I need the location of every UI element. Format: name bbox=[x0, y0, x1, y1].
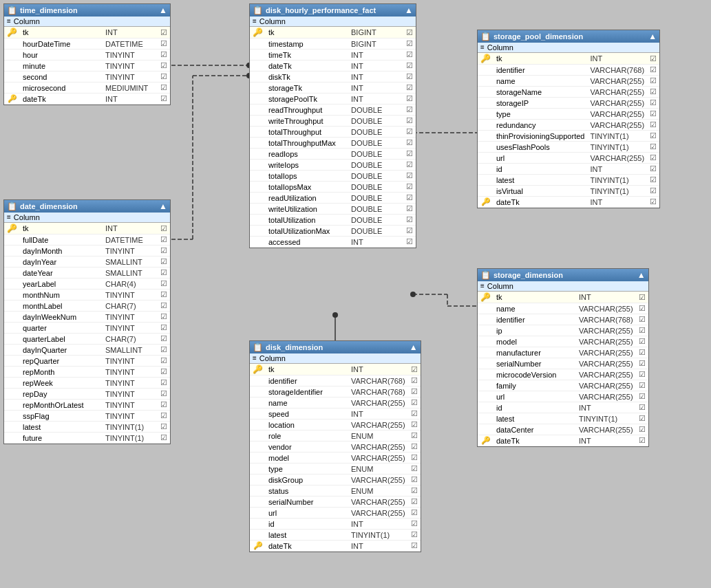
field-check-cell[interactable]: ☑ bbox=[158, 72, 170, 83]
table-row[interactable]: 🔑dateTkINT☑ bbox=[4, 94, 170, 105]
table-row[interactable]: quarterTINYINT☑ bbox=[4, 323, 170, 334]
field-check-cell[interactable]: ☑ bbox=[403, 105, 416, 116]
field-check-cell[interactable]: ☑ bbox=[408, 398, 421, 409]
field-check-cell[interactable]: ☑ bbox=[158, 422, 170, 433]
field-check-cell[interactable]: ☑ bbox=[403, 237, 416, 248]
table-header-time_dimension[interactable]: 📋time_dimension▲ bbox=[4, 4, 170, 17]
field-check-cell[interactable]: ☑ bbox=[158, 312, 170, 323]
field-check-cell[interactable]: ☑ bbox=[647, 76, 659, 87]
table-row[interactable]: 🔑tkINT☑ bbox=[478, 53, 659, 65]
table-row[interactable]: 🔑dateTkINT☑ bbox=[250, 541, 421, 552]
field-check-cell[interactable]: ☑ bbox=[158, 345, 170, 356]
field-check-cell[interactable]: ☑ bbox=[636, 303, 648, 314]
field-check-cell[interactable]: ☑ bbox=[647, 87, 659, 98]
table-row[interactable]: isVirtualTINYINT(1)☑ bbox=[478, 186, 659, 197]
table-row[interactable]: repMonthOrLatestTINYINT☑ bbox=[4, 400, 170, 411]
table-row[interactable]: serialNumberVARCHAR(255)☑ bbox=[478, 358, 648, 369]
field-check-cell[interactable]: ☑ bbox=[636, 369, 648, 380]
field-check-cell[interactable]: ☑ bbox=[408, 486, 421, 497]
table-row[interactable]: latestTINYINT(1)☑ bbox=[478, 413, 648, 424]
field-check-cell[interactable]: ☑ bbox=[647, 120, 659, 131]
table-row[interactable]: manufacturerVARCHAR(255)☑ bbox=[478, 347, 648, 358]
table-row[interactable]: writeThroughputDOUBLE☑ bbox=[250, 116, 416, 127]
table-row[interactable]: repWeekTINYINT☑ bbox=[4, 378, 170, 389]
field-check-cell[interactable]: ☑ bbox=[408, 420, 421, 431]
maximize-icon[interactable]: ▲ bbox=[405, 6, 413, 15]
table-header-date_dimension[interactable]: 📋date_dimension▲ bbox=[4, 200, 170, 213]
table-row[interactable]: fullDateDATETIME☑ bbox=[4, 235, 170, 246]
table-row[interactable]: dayInWeekNumTINYINT☑ bbox=[4, 312, 170, 323]
maximize-icon[interactable]: ▲ bbox=[159, 6, 167, 15]
field-check-cell[interactable]: ☑ bbox=[647, 53, 659, 65]
field-check-cell[interactable]: ☑ bbox=[158, 323, 170, 334]
field-check-cell[interactable]: ☑ bbox=[647, 197, 659, 208]
field-check-cell[interactable]: ☑ bbox=[647, 98, 659, 109]
field-check-cell[interactable]: ☑ bbox=[636, 424, 648, 435]
table-row[interactable]: totalUtilizationDOUBLE☑ bbox=[250, 215, 416, 226]
table-row[interactable]: totalThroughputDOUBLE☑ bbox=[250, 127, 416, 138]
field-check-cell[interactable]: ☑ bbox=[403, 160, 416, 171]
field-check-cell[interactable]: ☑ bbox=[158, 27, 170, 39]
maximize-icon[interactable]: ▲ bbox=[410, 342, 418, 352]
table-row[interactable]: speedINT☑ bbox=[250, 409, 421, 420]
field-check-cell[interactable]: ☑ bbox=[403, 171, 416, 182]
maximize-icon[interactable]: ▲ bbox=[637, 270, 646, 280]
table-row[interactable]: diskGroupVARCHAR(255)☑ bbox=[250, 475, 421, 486]
field-check-cell[interactable]: ☑ bbox=[636, 435, 648, 446]
field-check-cell[interactable]: ☑ bbox=[636, 413, 648, 424]
field-check-cell[interactable]: ☑ bbox=[408, 375, 421, 386]
field-check-cell[interactable]: ☑ bbox=[636, 314, 648, 325]
table-row[interactable]: latestTINYINT(1)☑ bbox=[250, 530, 421, 541]
table-row[interactable]: totalUtilizationMaxDOUBLE☑ bbox=[250, 226, 416, 237]
table-row[interactable]: urlVARCHAR(255)☑ bbox=[250, 508, 421, 519]
table-row[interactable]: dataCenterVARCHAR(255)☑ bbox=[478, 424, 648, 435]
table-row[interactable]: nameVARCHAR(255)☑ bbox=[478, 303, 648, 314]
table-row[interactable]: thinProvisioningSupportedTINYINT(1)☑ bbox=[478, 131, 659, 142]
field-check-cell[interactable]: ☑ bbox=[636, 391, 648, 402]
field-check-cell[interactable]: ☑ bbox=[408, 409, 421, 420]
table-row[interactable]: hourDateTimeDATETIME☑ bbox=[4, 39, 170, 50]
table-header-disk_dimension[interactable]: 📋disk_dimension▲ bbox=[250, 341, 421, 353]
table-row[interactable]: urlVARCHAR(255)☑ bbox=[478, 391, 648, 402]
table-row[interactable]: monthNumTINYINT☑ bbox=[4, 290, 170, 301]
table-row[interactable]: diskTkINT☑ bbox=[250, 72, 416, 83]
table-row[interactable]: totalIopsMaxDOUBLE☑ bbox=[250, 182, 416, 193]
field-check-cell[interactable]: ☑ bbox=[403, 226, 416, 237]
table-row[interactable]: 🔑dateTkINT☑ bbox=[478, 435, 648, 446]
table-row[interactable]: idINT☑ bbox=[250, 519, 421, 530]
field-check-cell[interactable]: ☑ bbox=[158, 290, 170, 301]
field-check-cell[interactable]: ☑ bbox=[403, 27, 416, 39]
table-row[interactable]: storageIdentifierVARCHAR(768)☑ bbox=[250, 386, 421, 398]
field-check-cell[interactable]: ☑ bbox=[636, 402, 648, 413]
field-check-cell[interactable]: ☑ bbox=[158, 400, 170, 411]
table-row[interactable]: idINT☑ bbox=[478, 402, 648, 413]
table-row[interactable]: idINT☑ bbox=[478, 164, 659, 175]
field-check-cell[interactable]: ☑ bbox=[158, 61, 170, 72]
table-row[interactable]: roleENUM☑ bbox=[250, 431, 421, 442]
field-check-cell[interactable]: ☑ bbox=[403, 39, 416, 50]
table-row[interactable]: 🔑tkINT☑ bbox=[4, 27, 170, 39]
field-check-cell[interactable]: ☑ bbox=[158, 356, 170, 367]
table-row[interactable]: modelVARCHAR(255)☑ bbox=[478, 336, 648, 347]
table-row[interactable]: readIopsDOUBLE☑ bbox=[250, 149, 416, 160]
table-row[interactable]: readUtilizationDOUBLE☑ bbox=[250, 193, 416, 204]
maximize-icon[interactable]: ▲ bbox=[648, 32, 657, 41]
table-row[interactable]: 🔑dateTkINT☑ bbox=[478, 197, 659, 208]
field-check-cell[interactable]: ☑ bbox=[636, 358, 648, 369]
field-check-cell[interactable]: ☑ bbox=[158, 235, 170, 246]
table-row[interactable]: urlVARCHAR(255)☑ bbox=[478, 153, 659, 164]
table-row[interactable]: redundancyVARCHAR(255)☑ bbox=[478, 120, 659, 131]
table-row[interactable]: vendorVARCHAR(255)☑ bbox=[250, 442, 421, 453]
field-check-cell[interactable]: ☑ bbox=[158, 411, 170, 422]
table-row[interactable]: usesFlashPoolsTINYINT(1)☑ bbox=[478, 142, 659, 153]
field-check-cell[interactable]: ☑ bbox=[647, 142, 659, 153]
field-check-cell[interactable]: ☑ bbox=[408, 530, 421, 541]
table-row[interactable]: familyVARCHAR(255)☑ bbox=[478, 380, 648, 391]
field-check-cell[interactable]: ☑ bbox=[647, 186, 659, 197]
field-check-cell[interactable]: ☑ bbox=[158, 279, 170, 290]
table-row[interactable]: storagePoolTkINT☑ bbox=[250, 94, 416, 105]
table-row[interactable]: accessedINT☑ bbox=[250, 237, 416, 248]
table-row[interactable]: latestTINYINT(1)☑ bbox=[4, 422, 170, 433]
field-check-cell[interactable]: ☑ bbox=[636, 292, 648, 303]
field-check-cell[interactable]: ☑ bbox=[158, 301, 170, 312]
